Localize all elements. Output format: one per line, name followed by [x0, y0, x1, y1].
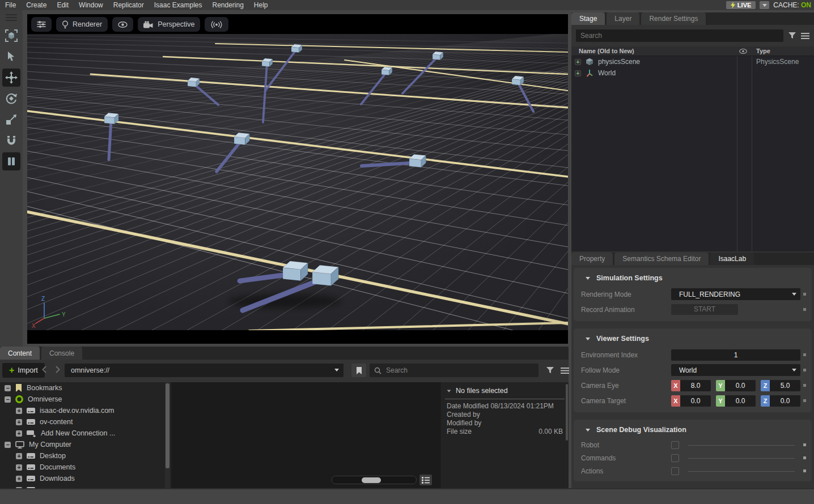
viewport-scene[interactable]: ZYX	[27, 34, 568, 330]
rotate-tool-button[interactable]	[2, 89, 20, 108]
commands-debug-checkbox[interactable]	[671, 454, 679, 462]
collapse-icon[interactable]: −	[5, 385, 11, 391]
camera-target-z-field[interactable]: 0.0	[770, 395, 800, 407]
camera-target-x-field[interactable]: 0.0	[680, 395, 711, 407]
selection-header[interactable]: No files selected	[441, 382, 569, 399]
collapse-icon[interactable]: −	[5, 442, 11, 448]
start-button[interactable]: START	[671, 304, 738, 315]
bookmark-button[interactable]	[351, 364, 366, 377]
tab-isaaclab[interactable]: IsaacLab	[710, 253, 754, 265]
tree-item-omniverse[interactable]: − Omniverse	[0, 394, 171, 405]
content-search	[370, 364, 539, 377]
live-button[interactable]: LIVE	[726, 1, 756, 9]
expand-icon[interactable]: +	[16, 419, 22, 425]
viewport-toolbar: Renderer Perspective	[31, 17, 228, 32]
menu-window[interactable]: Window	[74, 0, 108, 10]
viewport-settings-button[interactable]	[31, 17, 52, 32]
tab-semantics-schema-editor[interactable]: Semantics Schema Editor	[614, 253, 709, 265]
camera-eye-x-field[interactable]: 8.0	[680, 380, 711, 391]
follow-mode-dropdown[interactable]: World	[671, 364, 800, 376]
expand-icon[interactable]: +	[16, 430, 22, 437]
select-tool-button[interactable]	[2, 48, 20, 66]
tree-item-add-new-connection[interactable]: + Add New Connection ...	[0, 428, 171, 439]
tab-layer[interactable]: Layer	[607, 12, 639, 25]
tab-stage[interactable]: Stage	[571, 12, 605, 25]
stage-row-world[interactable]: + World	[571, 67, 814, 79]
rendering-mode-dropdown[interactable]: FULL_RENDERING	[671, 288, 800, 300]
thumbnail-size-slider[interactable]	[332, 476, 417, 484]
computer-icon	[15, 441, 24, 449]
camera-eye-y-field[interactable]: 0.0	[725, 380, 756, 391]
broadcast-button[interactable]	[205, 17, 228, 32]
viewer-settings-header[interactable]: Viewer Settings	[574, 331, 812, 347]
frame-cube-icon	[5, 29, 18, 42]
renderer-button[interactable]: Renderer	[56, 17, 108, 32]
tree-item-bookmarks[interactable]: − Bookmarks	[0, 382, 171, 394]
forward-button[interactable]	[56, 366, 60, 375]
frame-selection-button[interactable]	[2, 27, 20, 45]
file-grid-area[interactable]	[172, 382, 440, 488]
expand-icon[interactable]: +	[16, 476, 22, 482]
expand-icon[interactable]: +	[16, 464, 22, 471]
menu-edit[interactable]: Edit	[52, 0, 74, 10]
collapse-icon[interactable]: −	[5, 396, 11, 403]
column-type[interactable]: Type	[756, 48, 770, 54]
tree-item-my-computer[interactable]: − My Computer	[0, 439, 171, 450]
content-filter-icon[interactable]	[546, 367, 554, 374]
column-name[interactable]: Name (Old to New)	[571, 48, 634, 54]
tab-console[interactable]: Console	[41, 347, 82, 360]
stage-options-icon[interactable]	[801, 33, 809, 39]
bookmark-icon	[15, 384, 22, 392]
tab-property[interactable]: Property	[571, 253, 613, 265]
drag-handle[interactable]	[6, 14, 17, 21]
scene-debug-header[interactable]: Scene Debug Visualization	[574, 422, 812, 438]
content-search-input[interactable]	[386, 366, 534, 374]
menu-isaac-examples[interactable]: Isaac Examples	[149, 0, 207, 10]
expand-icon[interactable]: +	[575, 59, 581, 65]
scrollbar-thumb[interactable]	[566, 384, 568, 441]
tree-item-downloads[interactable]: + Downloads	[0, 473, 171, 484]
camera-eye-z-field[interactable]: 5.0	[770, 380, 800, 391]
tree-item-documents[interactable]: + Documents	[0, 462, 171, 473]
import-button[interactable]: + Import	[2, 363, 45, 378]
menu-create[interactable]: Create	[21, 0, 52, 10]
menu-file[interactable]: File	[0, 0, 21, 10]
collapse-icon	[586, 429, 590, 432]
expand-icon[interactable]: +	[16, 408, 22, 414]
list-view-button[interactable]	[419, 475, 432, 485]
path-dropdown-icon[interactable]	[334, 369, 339, 371]
tree-item-isaac-dev[interactable]: + isaac-dev.ov.nvidia.com	[0, 405, 171, 416]
robot-debug-checkbox[interactable]	[671, 441, 679, 449]
scale-tool-button[interactable]	[2, 110, 20, 129]
prim-name: World	[598, 69, 616, 77]
tab-content[interactable]: Content	[0, 347, 40, 360]
tree-item-desktop[interactable]: + Desktop	[0, 450, 171, 462]
live-dropdown-button[interactable]	[760, 1, 769, 9]
pause-button[interactable]	[2, 152, 20, 170]
actions-debug-checkbox[interactable]	[671, 467, 679, 475]
snap-tool-button[interactable]	[2, 131, 20, 150]
path-input[interactable]	[65, 364, 344, 377]
tree-item-ov-content[interactable]: + ov-content	[0, 416, 171, 428]
tab-render-settings[interactable]: Render Settings	[641, 12, 706, 25]
menu-rendering[interactable]: Rendering	[207, 0, 248, 10]
menu-replicator[interactable]: Replicator	[108, 0, 149, 10]
visibility-button[interactable]	[112, 17, 133, 32]
stage-row-physics-scene[interactable]: + physicsScene PhysicsScene	[571, 56, 814, 67]
camera-target-y-field[interactable]: 0.0	[725, 395, 756, 407]
tree-item-clipped[interactable]: +	[0, 484, 171, 488]
expand-icon[interactable]: +	[16, 453, 22, 459]
stage-search-input[interactable]	[576, 29, 783, 42]
camera-button[interactable]: Perspective	[138, 17, 200, 32]
content-options-icon[interactable]	[561, 368, 569, 374]
scrollbar-thumb[interactable]	[166, 383, 169, 468]
simulation-settings-header[interactable]: Simulation Settings	[574, 270, 812, 287]
move-tool-button[interactable]	[2, 69, 20, 87]
environment-index-field[interactable]: 1	[671, 349, 800, 361]
back-button[interactable]	[42, 366, 46, 375]
slider-thumb[interactable]	[362, 477, 381, 483]
expand-icon[interactable]: +	[575, 70, 581, 76]
cache-status: CACHE: ON	[773, 1, 811, 9]
menu-help[interactable]: Help	[249, 0, 273, 10]
filter-icon[interactable]	[788, 32, 796, 39]
